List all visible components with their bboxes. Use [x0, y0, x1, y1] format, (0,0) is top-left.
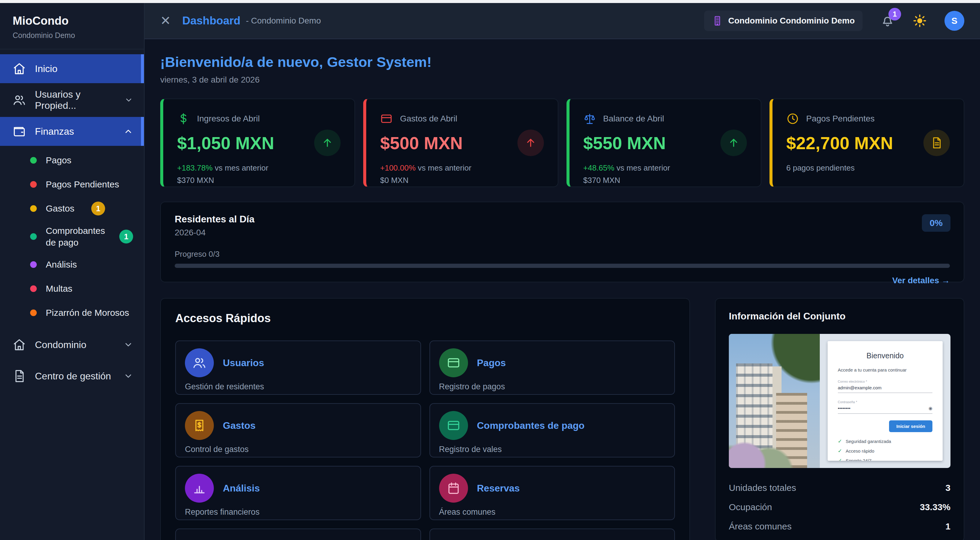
sidebar-subitem-pizarron[interactable]: Pizarrón de Morosos — [0, 301, 144, 325]
feature-label: Soporte 24/7 — [846, 458, 872, 461]
notification-badge: 1 — [888, 8, 901, 21]
scales-icon — [583, 112, 596, 125]
app-subtitle: Condominio Demo — [13, 31, 131, 40]
login-preview-email-label: Correo electrónico * — [838, 380, 932, 383]
dot-icon — [30, 157, 37, 164]
close-icon[interactable]: ✕ — [160, 14, 171, 27]
condo-chip-label: Condominio Condominio Demo — [728, 16, 855, 25]
quick-card-desc: Registro de pagos — [439, 382, 666, 392]
stat-title: Gastos de Abril — [400, 114, 457, 124]
info-row-ocupacion: Ocupación 33.33% — [729, 497, 950, 517]
main-column: ✕ Dashboard - Condominio Demo Condominio… — [145, 3, 980, 540]
building-photo — [729, 334, 820, 468]
sidebar-subitem-multas[interactable]: Multas — [0, 277, 144, 301]
app-title: MioCondo — [13, 14, 131, 27]
stat-delta: +183.78% — [177, 163, 213, 172]
login-preview: Bienvenido Accede a tu cuenta para conti… — [827, 341, 943, 461]
subitem-label: Análisis — [46, 260, 77, 270]
trend-bubble — [517, 129, 544, 156]
sidebar-subitem-pagos[interactable]: Pagos — [0, 148, 144, 172]
users-icon — [185, 348, 214, 377]
dollar-icon — [177, 112, 190, 125]
info-stats: Unidades totales 3 Ocupación 33.33% Área… — [729, 478, 950, 540]
check-icon: ✓ — [838, 448, 842, 454]
login-preview-email-text: admin@example.com — [838, 385, 881, 390]
dot-icon — [30, 261, 37, 268]
login-preview-password-dots: •••••••• — [838, 406, 851, 411]
document-icon — [931, 137, 943, 149]
stat-delta: +48.65% — [583, 163, 614, 172]
sidebar-item-label: Inicio — [35, 63, 57, 75]
quick-card-usuarios[interactable]: Usuarios Gestión de residentes — [175, 341, 421, 395]
quick-card-analisis[interactable]: Análisis Reportes financieros — [175, 466, 421, 520]
dot-icon — [30, 205, 37, 212]
sidebar-nav: Inicio Usuarios y Propied... Finanzas Pa… — [0, 49, 144, 393]
feature-row: ✓ Seguridad garantizada — [838, 438, 932, 444]
quick-access-grid: Usuarios Gestión de residentes Pagos — [175, 341, 675, 540]
quick-card-label: Gastos — [223, 420, 255, 431]
feature-label: Acceso rápido — [846, 448, 874, 454]
stat-head: Balance de Abril — [583, 112, 747, 125]
sidebar-item-finanzas[interactable]: Finanzas — [0, 117, 144, 146]
residents-details-link[interactable]: Ver detalles → — [175, 276, 950, 285]
info-value: 3 — [945, 483, 950, 493]
stat-delta: +100.00% — [380, 163, 415, 172]
sidebar: MioCondo Condominio Demo Inicio Usuarios… — [0, 3, 145, 540]
sidebar-item-inicio[interactable]: Inicio — [0, 54, 144, 83]
residents-title: Residentes al Día — [175, 213, 950, 225]
login-preview-button: Iniciar sesión — [889, 421, 932, 432]
quick-card-head: Reservas — [439, 474, 666, 503]
login-preview-password-value: •••••••• ◉ — [838, 404, 932, 414]
subitem-label: Gastos — [46, 204, 75, 213]
quick-card-head: Gastos — [185, 411, 411, 440]
stat-delta-note: vs mes anterior — [418, 163, 471, 172]
sidebar-subitem-gastos[interactable]: Gastos 1 — [0, 196, 144, 221]
quick-card-reservas[interactable]: Reservas Áreas comunes — [430, 466, 675, 520]
quick-card-pagos[interactable]: Pagos Registro de pagos — [430, 341, 675, 395]
quick-card-desc: Gestión de residentes — [185, 382, 411, 392]
quick-card-head: Análisis — [185, 474, 411, 503]
quick-access-panel: Accesos Rápidos Usuarios Gestión de resi… — [160, 298, 690, 540]
arrow-up-icon — [321, 137, 333, 149]
info-panel-title: Información del Conjunto — [729, 311, 950, 322]
subitem-label: Comprobantes de pago — [46, 221, 110, 253]
notifications-button[interactable]: 1 — [880, 13, 895, 28]
sidebar-item-usuarios-propiedades[interactable]: Usuarios y Propied... — [0, 86, 144, 115]
page-title[interactable]: Dashboard — [182, 14, 240, 27]
stat-title: Pagos Pendientes — [806, 114, 875, 124]
sidebar-item-condominio[interactable]: Condominio — [0, 330, 144, 359]
count-badge: 1 — [119, 229, 133, 244]
quick-card-gastos[interactable]: Gastos Control de gastos — [175, 403, 421, 457]
stat-head: Ingresos de Abril — [177, 112, 340, 125]
dot-icon — [30, 285, 37, 292]
condo-selector-chip[interactable]: Condominio Condominio Demo — [704, 11, 862, 31]
sidebar-subitem-pagos-pendientes[interactable]: Pagos Pendientes — [0, 172, 144, 196]
quick-card-desc: Reportes financieros — [185, 507, 411, 517]
nav-spacer — [0, 325, 144, 330]
quick-card-head: Pagos — [439, 348, 666, 377]
wallet-icon — [13, 125, 26, 138]
user-avatar[interactable]: S — [945, 11, 964, 31]
theme-toggle-sun-icon[interactable] — [913, 14, 927, 28]
subitem-label: Pizarrón de Morosos — [46, 307, 129, 318]
info-label: Ocupación — [729, 502, 772, 512]
quick-card-label: Comprobantes de pago — [477, 420, 585, 431]
stat-prev-value: $0 MXN — [380, 176, 544, 185]
login-preview-features: ✓ Seguridad garantizada ✓ Acceso rápido … — [838, 438, 932, 461]
residents-period: 2026-04 — [175, 228, 950, 237]
residents-card: Residentes al Día 2026-04 0% Progreso 0/… — [160, 202, 964, 282]
sidebar-item-label: Usuarios y Propied... — [35, 89, 115, 111]
sidebar-subitem-comprobantes[interactable]: Comprobantes de pago 1 — [0, 221, 144, 253]
sidebar-item-centro-gestion[interactable]: Centro de gestión — [0, 362, 144, 390]
eye-icon: ◉ — [929, 406, 932, 411]
topbar: ✕ Dashboard - Condominio Demo Condominio… — [145, 3, 980, 39]
building-icon — [712, 15, 723, 26]
trend-bubble — [314, 129, 340, 156]
stat-prev-value: $370 MXN — [583, 176, 747, 185]
quick-card-cutoff[interactable] — [175, 529, 421, 540]
check-icon: ✓ — [838, 457, 842, 461]
quick-card-cutoff[interactable] — [430, 529, 675, 540]
quick-card-comprobantes[interactable]: Comprobantes de pago Registro de vales — [430, 403, 675, 457]
app-root: MioCondo Condominio Demo Inicio Usuarios… — [0, 3, 980, 540]
sidebar-subitem-analisis[interactable]: Análisis — [0, 253, 144, 277]
